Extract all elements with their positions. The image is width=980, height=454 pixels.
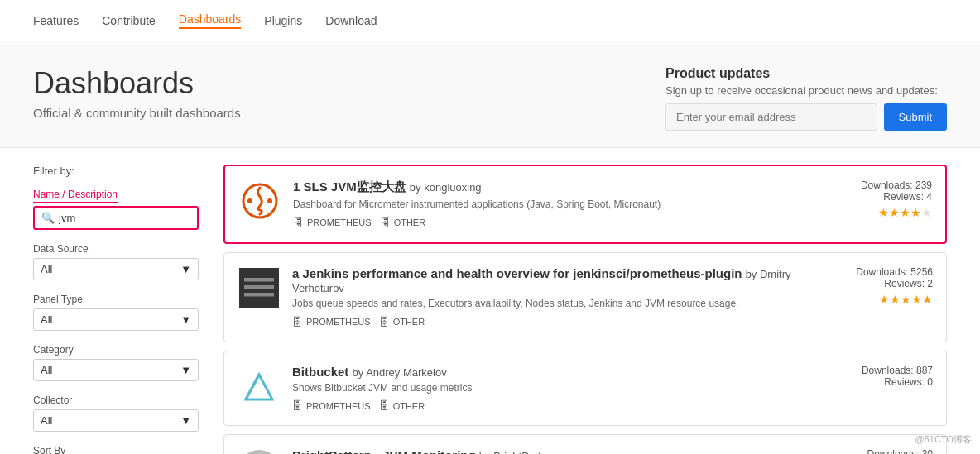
dashboard-item[interactable]: a Jenkins performance and health overvie… [223,252,947,342]
select-value-1: All [41,313,52,326]
tag-icon: 🗄 [292,316,303,328]
dashboard-list: 1 SLS JVM监控大盘 by kongluoxing Dashboard f… [223,165,947,454]
reviews-count: Reviews: 2 [842,278,933,289]
filter-group-category: Category All ▼ [33,344,199,381]
dashboard-title: Bitbucket by Andrey Markelov [292,365,830,379]
chevron-down-icon: ▼ [180,313,191,326]
filter-group-data-source: Data Source All ▼ [33,243,199,280]
dashboard-meta: Downloads: 30 Reviews: 0 [842,448,933,454]
filter-group-sort-by: Sort By Name ▼ [33,445,199,454]
filter-group-collector: Collector All ▼ [33,394,199,432]
reviews-count: Reviews: 4 [841,191,932,203]
search-icon: 🔍 [41,212,55,224]
svg-rect-4 [244,278,274,282]
reviews-count: Reviews: 0 [842,376,933,388]
dashboard-item[interactable]: BrightPattern - JVM Monitoring by Bright… [223,434,947,454]
select-3[interactable]: All ▼ [33,409,199,432]
dashboard-author: by kongluoxing [410,181,482,194]
tag-icon: 🗄 [380,217,391,229]
select-value-2: All [41,364,52,376]
svg-rect-5 [244,285,274,289]
tag-icon: 🗄 [293,217,304,229]
tag-icon: 🗄 [292,399,303,412]
downloads-count: Downloads: 239 [841,179,932,191]
svg-line-8 [246,375,259,399]
svg-marker-7 [246,375,272,399]
name-filter-group: Name / Description 🔍 [33,187,199,230]
dashboard-icon [238,448,281,454]
page-header: Dashboards Official & community built da… [0,41,980,148]
star-rating: ★★★★★ [841,206,932,219]
svg-point-1 [247,198,252,203]
search-box[interactable]: 🔍 [33,206,199,230]
dashboard-item[interactable]: 1 SLS JVM监控大盘 by kongluoxing Dashboard f… [223,165,947,244]
header-left: Dashboards Official & community built da… [33,66,665,131]
tag-icon: 🗄 [379,316,390,328]
dashboard-content: a Jenkins performance and health overvie… [292,266,830,328]
nav-contribute[interactable]: Contribute [102,14,156,27]
watermark: @51CTO博客 [915,433,972,446]
filter-label-4: Sort By [33,445,199,454]
tag: 🗄OTHER [380,217,426,229]
submit-button[interactable]: Submit [884,103,947,131]
nav-download[interactable]: Download [325,14,377,27]
tag-label: PROMETHEUS [306,317,371,327]
dashboard-description: Dashboard for Micrometer instrumented ap… [293,198,829,212]
select-2[interactable]: All ▼ [33,359,199,381]
downloads-count: Downloads: 5256 [842,266,933,278]
dashboard-author: by Andrey Markelov [353,366,447,379]
filter-label-1: Panel Type [33,294,199,305]
dashboard-author: by BrightPattern [479,450,556,454]
nav-features[interactable]: Features [33,14,79,27]
dashboard-item[interactable]: Bitbucket by Andrey Markelov Shows Bitbu… [223,351,947,427]
filter-label-2: Category [33,344,199,356]
nav-dashboards[interactable]: Dashboards [179,12,242,29]
sidebar: Filter by: Name / Description 🔍 Data Sou… [33,165,199,454]
tag: 🗄PROMETHEUS [292,316,371,328]
svg-point-2 [267,198,272,203]
tag-icon: 🗄 [379,399,390,412]
dashboard-description: Jobs queue speeds and rates, Executors a… [292,297,830,311]
email-row: Submit [665,103,947,131]
top-nav: Features Contribute Dashboards Plugins D… [0,0,980,41]
filter-label-3: Collector [33,394,199,406]
dashboard-content: Bitbucket by Andrey Markelov Shows Bitbu… [292,365,830,413]
dashboard-content: 1 SLS JVM监控大盘 by kongluoxing Dashboard f… [293,179,829,229]
dashboard-meta: Downloads: 887 Reviews: 0 [842,365,933,391]
tag-label: PROMETHEUS [306,401,371,411]
downloads-count: Downloads: 887 [842,365,933,376]
dashboard-tags: 🗄PROMETHEUS🗄OTHER [292,316,830,328]
star-rating: ★★★★★ [842,293,933,306]
search-input[interactable] [59,212,190,224]
tag: 🗄OTHER [379,399,425,412]
select-value-0: All [41,263,52,275]
name-filter-label: Name / Description [33,189,118,203]
tag-label: OTHER [393,401,425,411]
nav-plugins[interactable]: Plugins [264,14,302,27]
dashboard-title: BrightPattern - JVM Monitoring by Bright… [292,448,830,454]
email-input[interactable] [665,103,877,131]
dashboard-title: a Jenkins performance and health overvie… [292,266,830,294]
tag: 🗄PROMETHEUS [292,399,371,412]
page-subtitle: Official & community built dashboards [33,106,665,120]
filter-label-0: Data Source [33,243,199,255]
chevron-down-icon: ▼ [180,263,191,275]
dashboard-tags: 🗄PROMETHEUS🗄OTHER [293,217,829,229]
dashboard-icon [238,266,281,309]
main-content: Filter by: Name / Description 🔍 Data Sou… [0,148,980,454]
dashboard-content: BrightPattern - JVM Monitoring by Bright… [292,448,830,454]
tag: 🗄OTHER [379,316,425,328]
downloads-count: Downloads: 30 [842,448,933,454]
tag-label: OTHER [393,317,425,327]
page-title: Dashboards [33,66,665,101]
dashboard-tags: 🗄PROMETHEUS🗄OTHER [292,399,830,412]
select-1[interactable]: All ▼ [33,308,199,331]
filter-group-panel-type: Panel Type All ▼ [33,294,199,331]
tag-label: PROMETHEUS [307,217,372,227]
tag: 🗄PROMETHEUS [293,217,372,229]
select-0[interactable]: All ▼ [33,258,199,280]
chevron-down-icon: ▼ [180,364,191,376]
product-updates-title: Product updates [665,66,770,81]
dashboard-description: Shows Bitbucket JVM and usage metrics [292,381,830,395]
dashboard-title: 1 SLS JVM监控大盘 by kongluoxing [293,179,829,195]
